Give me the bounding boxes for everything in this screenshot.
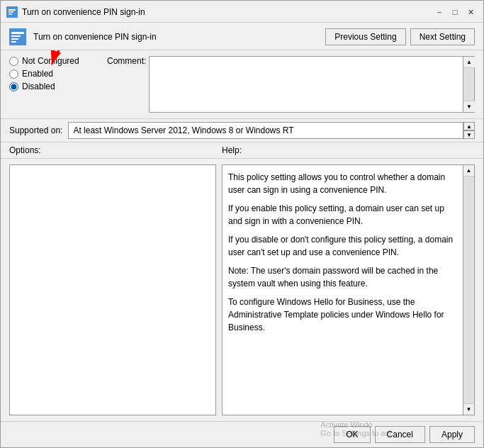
radio-not-configured-label: Not Configured (22, 56, 79, 66)
title-bar: Turn on convenience PIN sign-in − □ ✕ (1, 1, 483, 23)
svg-rect-7 (11, 38, 18, 40)
title-bar-left: Turn on convenience PIN sign-in (6, 6, 145, 18)
comment-section: Comment: ▲ ▼ (107, 56, 475, 113)
comment-scroll-down[interactable]: ▼ (463, 101, 475, 112)
close-button[interactable]: ✕ (463, 5, 478, 19)
help-para-3: If you disable or don't configure this p… (228, 233, 456, 259)
maximize-button[interactable]: □ (448, 5, 462, 19)
radio-not-configured[interactable]: Not Configured (9, 56, 101, 66)
radio-enabled-input[interactable] (9, 69, 18, 79)
radio-group: Not Configured Enabled Disabled (9, 56, 101, 113)
radio-disabled[interactable]: Disabled (9, 82, 101, 91)
supported-scrollbar: ▲ ▼ (463, 122, 475, 139)
help-scroll-up[interactable]: ▲ (463, 165, 475, 177)
comment-scroll-up[interactable]: ▲ (463, 57, 475, 68)
radio-not-configured-input[interactable] (9, 57, 18, 66)
supported-value: At least Windows Server 2012, Windows 8 … (68, 122, 463, 139)
svg-rect-1 (9, 9, 16, 11)
help-panel: This policy setting allows you to contro… (222, 164, 475, 415)
comment-label: Comment: (107, 56, 146, 66)
bottom-bar: Activate WindoGo to Settings to act OK C… (1, 421, 483, 447)
help-scrollbar-track (463, 177, 474, 403)
supported-scroll-down[interactable]: ▼ (463, 130, 475, 139)
options-help-labels: Options: Help: (1, 142, 483, 159)
options-label: Options: (9, 145, 222, 155)
svg-rect-2 (9, 11, 13, 13)
options-panel (9, 164, 216, 415)
header-title: Turn on convenience PIN sign-in (33, 32, 318, 42)
content-area: Not Configured Enabled Disabled Comment: (1, 50, 483, 421)
next-setting-button[interactable]: Next Setting (410, 28, 475, 45)
minimize-button[interactable]: − (432, 5, 446, 19)
title-bar-controls: − □ ✕ (432, 5, 478, 19)
help-text-content: This policy setting allows you to contro… (228, 171, 468, 334)
supported-row: Supported on: At least Windows Server 20… (1, 119, 483, 142)
help-para-2: If you enable this policy setting, a dom… (228, 202, 456, 228)
window-title: Turn on convenience PIN sign-in (22, 7, 145, 17)
help-para-4: Note: The user's domain password will be… (228, 264, 456, 290)
supported-scroll-up[interactable]: ▲ (463, 122, 475, 130)
supported-label: Supported on: (9, 125, 62, 135)
help-para-1: This policy setting allows you to contro… (228, 171, 456, 196)
svg-rect-8 (11, 41, 16, 43)
comment-input[interactable] (149, 56, 463, 113)
main-window: Turn on convenience PIN sign-in − □ ✕ Tu… (0, 0, 484, 448)
header-row: Turn on convenience PIN sign-in Previous… (1, 23, 483, 50)
svg-rect-6 (11, 35, 21, 37)
help-scroll-down[interactable]: ▼ (463, 403, 475, 415)
activation-watermark: Activate WindoGo to Settings to act (320, 420, 391, 437)
svg-rect-3 (9, 13, 12, 15)
radio-enabled[interactable]: Enabled (9, 69, 101, 79)
radio-enabled-label: Enabled (22, 69, 53, 79)
top-section: Not Configured Enabled Disabled Comment: (1, 50, 483, 119)
help-scrollbar: ▲ ▼ (463, 165, 474, 415)
policy-icon (9, 28, 26, 45)
apply-button[interactable]: Apply (429, 426, 475, 443)
help-para-5: To configure Windows Hello for Business,… (228, 296, 456, 334)
comment-scrollbar-track (463, 68, 474, 101)
previous-setting-button[interactable]: Previous Setting (325, 28, 405, 45)
header-buttons: Previous Setting Next Setting (325, 28, 475, 45)
svg-rect-5 (11, 32, 24, 34)
supported-value-wrapper: At least Windows Server 2012, Windows 8 … (68, 122, 475, 139)
options-help-panels: This policy setting allows you to contro… (1, 159, 483, 421)
window-icon (6, 6, 18, 18)
radio-disabled-label: Disabled (22, 82, 55, 91)
radio-disabled-input[interactable] (9, 82, 18, 91)
help-label: Help: (222, 145, 475, 155)
